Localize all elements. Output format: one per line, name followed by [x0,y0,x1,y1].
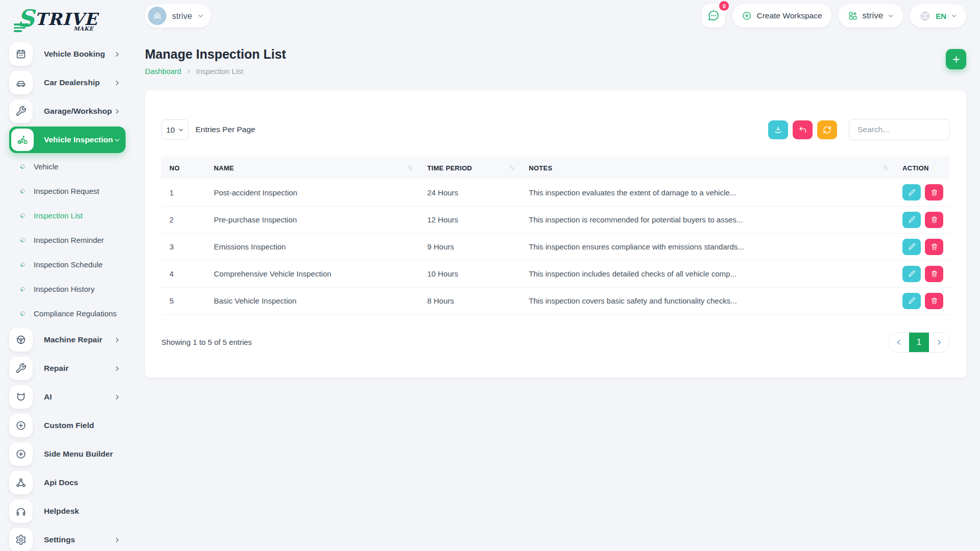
chevron-right-icon [114,337,120,343]
sidebar-item-machine-repair[interactable]: Machine Repair [9,325,126,354]
breadcrumb-current: Inspection List [196,67,243,76]
sidebar-subitem-vehicle[interactable]: Vehicle [9,154,126,179]
brand-logo[interactable]: S TRIVE MAKE [0,0,133,40]
sidebar-item-car-dealership[interactable]: Car Dealership [9,68,126,97]
chevron-right-icon [114,394,120,400]
sidebar-subitem-label: Inspection Reminder [34,236,104,244]
pagination: 1 [888,332,950,353]
chevron-right-icon [114,80,120,86]
sidebar-item-side-menu-builder[interactable]: Side Menu Builder [9,440,126,468]
sidebar-item-api-docs[interactable]: Api Docs [9,468,126,497]
logo-speed-lines-icon [14,23,29,32]
entries-per-page-select[interactable]: 10 [161,119,189,140]
delete-button[interactable] [925,266,943,282]
create-workspace-button[interactable]: Create Workspace [732,4,831,28]
showing-entries-text: Showing 1 to 5 of 5 entries [161,338,252,346]
sidebar-subitem-label: Vehicle [34,162,58,171]
table-row: 2Pre-purchase Inspection12 HoursThis ins… [161,206,950,233]
pagination-current-page[interactable]: 1 [909,333,929,352]
topbar: strive 0 Create Workspace strive [145,0,966,32]
workspace-selector[interactable]: strive [145,4,211,28]
bullet-icon [19,163,26,170]
sidebar-item-label: Car Dealership [44,78,100,87]
sidebar-item-custom-field[interactable]: Custom Field [9,411,126,440]
sidebar-item-vehicle-inspection[interactable]: Vehicle Inspection [9,127,126,153]
add-inspection-button[interactable] [946,49,966,69]
chevron-down-icon [114,137,120,143]
column-header-time-period[interactable]: TIME PERIOD [419,157,521,179]
sidebar-item-ai[interactable]: AI [9,383,126,411]
pagination-prev-button[interactable] [889,333,909,352]
chevron-down-icon [178,127,184,133]
edit-button[interactable] [902,184,921,201]
cell-notes: This inspection evaluates the extent of … [521,179,894,206]
sidebar-subitem-compliance-regulations[interactable]: Compliance Regulations [9,301,126,325]
sidebar-item-label: Vehicle Booking [44,49,105,59]
pagination-next-button[interactable] [929,333,949,352]
create-workspace-label: Create Workspace [756,11,822,20]
workspace-switcher[interactable]: strive [839,4,903,28]
bullet-icon [19,188,26,194]
cell-no: 3 [161,233,206,260]
sidebar-item-vehicle-booking[interactable]: Vehicle Booking [9,40,126,68]
cell-no: 1 [161,179,206,206]
sidebar-item-settings[interactable]: Settings [9,525,126,551]
sidebar-item-helpdesk[interactable]: Helpdesk [9,497,126,525]
sidebar-item-garage-workshop[interactable]: Garage/Workshop [9,97,126,126]
edit-button[interactable] [902,212,921,228]
sidebar-subitem-inspection-schedule[interactable]: Inspection Schedule [9,252,126,277]
chevron-right-icon [186,69,191,74]
icon-box [9,442,33,466]
topbar-right: 0 Create Workspace strive EN [702,4,966,28]
sort-icon [508,164,516,171]
undo-icon [798,126,807,134]
sidebar-subitem-inspection-request[interactable]: Inspection Request [9,179,126,203]
grid-plus-icon [848,11,858,21]
plus-circle-icon [15,420,27,431]
cell-notes: This inspection includes detailed checks… [521,260,894,287]
logo-tagline: MAKE [74,26,93,32]
bullet-icon [19,212,26,219]
sidebar-item-label: Side Menu Builder [44,449,113,459]
chevron-down-icon [951,13,957,19]
sidebar-subitem-inspection-list[interactable]: Inspection List [9,203,126,228]
breadcrumb-dashboard-link[interactable]: Dashboard [145,67,181,76]
cell-name: Emissions Inspection [206,233,419,260]
cat-icon [15,391,27,403]
edit-button[interactable] [902,266,921,282]
edit-button[interactable] [902,293,921,309]
language-selector[interactable]: EN [910,4,966,28]
calendar-icon [15,48,27,60]
sidebar-subitem-inspection-reminder[interactable]: Inspection Reminder [9,228,126,252]
column-header-notes[interactable]: NOTES [521,157,894,179]
icon-box [9,414,33,437]
chat-button[interactable]: 0 [702,4,725,28]
card-footer: Showing 1 to 5 of 5 entries 1 [161,332,950,353]
edit-button[interactable] [902,239,921,255]
column-header-name[interactable]: NAME [206,157,419,179]
chevron-down-icon [888,13,894,19]
trash-icon [930,297,938,305]
row-actions [902,266,950,282]
export-button[interactable] [768,120,788,139]
search-input[interactable] [849,119,950,140]
refresh-button[interactable] [817,120,837,139]
sidebar-item-label: Machine Repair [44,335,103,344]
delete-button[interactable] [925,184,943,201]
chevron-right-icon [114,365,120,372]
table-row: 4Comprehensive Vehicle Inspection10 Hour… [161,260,950,287]
wrench-icon [15,363,27,374]
trash-icon [930,216,938,223]
sidebar-item-repair[interactable]: Repair [9,354,126,383]
cell-notes: This inspection covers basic safety and … [521,287,894,314]
undo-button[interactable] [793,120,813,139]
sidebar-subitem-label: Compliance Regulations [34,309,117,318]
delete-button[interactable] [925,212,943,228]
language-label: EN [936,12,946,20]
workspace-name: strive [172,11,192,21]
cell-no: 4 [161,260,206,287]
sidebar-subitem-inspection-history[interactable]: Inspection History [9,277,126,301]
delete-button[interactable] [925,239,943,255]
chevron-right-icon [114,51,120,58]
delete-button[interactable] [925,293,943,309]
